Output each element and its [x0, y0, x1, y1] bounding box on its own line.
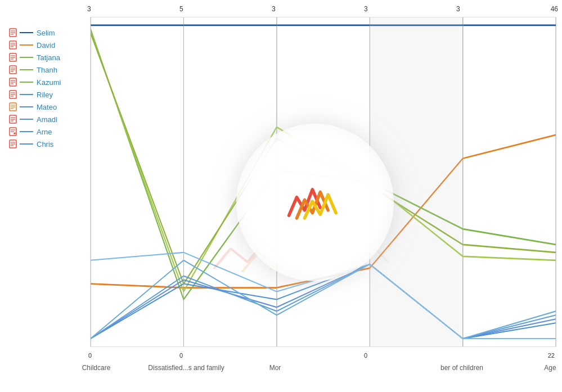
axis-bottom-val-0: 0 — [88, 352, 92, 359]
legend-item-arne: Arne — [8, 127, 90, 136]
legend-name[interactable]: Chris — [37, 140, 53, 148]
axis-label-age: Age — [539, 364, 561, 372]
legend-line — [20, 143, 33, 145]
axis-bottom-val-1: 0 — [179, 352, 183, 359]
axis-top-val-3: 3 — [364, 5, 368, 13]
legend-name[interactable]: Mateo — [37, 103, 57, 111]
axis-label-mor: Mor — [264, 364, 286, 372]
legend-item-kazumi: Kazumi — [8, 78, 90, 87]
legend-line — [20, 69, 33, 70]
legend-name[interactable]: Arne — [37, 128, 52, 136]
legend-line — [20, 57, 33, 58]
legend-item-tatjana: Tatjana — [8, 53, 90, 62]
legend-doc-icon — [8, 53, 17, 62]
legend-doc-icon — [8, 127, 17, 136]
axis-label-children: ber of children — [428, 364, 496, 372]
legend-name[interactable]: Tatjana — [37, 53, 60, 62]
chart-legend: Selim David Tatjana Thanh Kazumi Riley M… — [8, 28, 90, 152]
legend-line — [20, 131, 33, 132]
legend-name[interactable]: Selim — [37, 29, 55, 37]
legend-doc-icon — [8, 28, 17, 37]
axis-label-dissatisfied: Dissatisfied...s and family — [147, 364, 226, 372]
legend-line — [20, 44, 33, 46]
legend-line — [20, 94, 33, 95]
legend-name[interactable]: Amadi — [37, 115, 57, 124]
legend-item-amadi: Amadi — [8, 115, 90, 124]
legend-item-david: David — [8, 40, 90, 49]
legend-doc-icon — [8, 65, 17, 74]
loading-overlay — [236, 124, 394, 281]
legend-item-thanh: Thanh — [8, 65, 90, 74]
axis-label-childcare: Childcare — [74, 364, 119, 372]
legend-item-mateo: Mateo — [8, 102, 90, 111]
legend-name[interactable]: Kazumi — [37, 78, 61, 87]
axis-top-val-4: 3 — [456, 5, 460, 13]
legend-item-chris: Chris — [8, 139, 90, 148]
axis-bottom-val-5: 22 — [548, 352, 555, 359]
app-logo — [278, 180, 352, 225]
legend-doc-icon — [8, 78, 17, 87]
legend-doc-icon — [8, 40, 17, 49]
axis-top-val-1: 5 — [179, 5, 183, 13]
axis-bottom-val-3: 0 — [364, 352, 367, 359]
legend-doc-icon — [8, 90, 17, 99]
legend-line — [20, 32, 33, 33]
legend-name[interactable]: David — [37, 41, 55, 49]
axis-top-val-2: 3 — [272, 5, 276, 13]
legend-doc-icon — [8, 139, 17, 148]
legend-line — [20, 106, 33, 107]
axis-top-val-0: 3 — [87, 5, 91, 13]
legend-doc-icon — [8, 115, 17, 124]
legend-line — [20, 119, 33, 120]
legend-item-riley: Riley — [8, 90, 90, 99]
legend-doc-icon — [8, 102, 17, 111]
legend-item-selim: Selim — [8, 28, 90, 37]
legend-line — [20, 82, 33, 83]
legend-name[interactable]: Riley — [37, 91, 53, 99]
legend-name[interactable]: Thanh — [37, 66, 57, 74]
axis-top-val-5: 46 — [551, 5, 558, 13]
